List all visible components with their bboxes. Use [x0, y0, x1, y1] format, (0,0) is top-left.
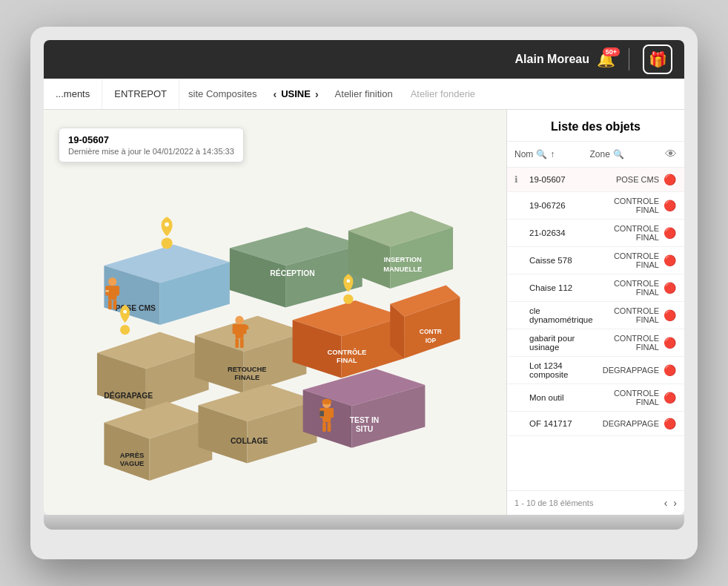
- svg-text:COLLAGE: COLLAGE: [231, 437, 268, 445]
- nav-usine-label: USINE: [281, 88, 311, 99]
- block-retouche[interactable]: RETOUCHE FINALE: [195, 316, 307, 393]
- nom-label: Nom: [514, 149, 533, 159]
- list-item[interactable]: gabarit pour usinageCONTROLE FINAL🔴: [507, 329, 684, 357]
- svg-point-59: [235, 316, 243, 324]
- nav-tab-entrepot[interactable]: ENTREPOT: [102, 79, 179, 109]
- visibility-icon[interactable]: 👁: [665, 148, 677, 161]
- svg-rect-63: [235, 338, 239, 348]
- block-controle-final[interactable]: CONTRÔLE FINAL: [293, 300, 405, 378]
- status-badge: 🔴: [662, 363, 677, 378]
- right-panel: Liste des objets Nom 🔍 ↑ Zone 🔍 👁 ℹ19-05…: [506, 110, 684, 515]
- block-degrapage[interactable]: DÉGRAPAGE: [97, 332, 209, 410]
- laptop-base: [44, 515, 684, 530]
- main-content: 19-05607 Dernière mise à jour le 04/01/2…: [44, 110, 684, 515]
- list-item[interactable]: ℹ19-05607POSE CMS🔴: [507, 168, 684, 192]
- factory-floor: 19-05607 Dernière mise à jour le 04/01/2…: [44, 110, 506, 515]
- item-name: Chaise 112: [529, 283, 593, 292]
- factory-svg: POSE CMS RÉCEPTION: [44, 147, 506, 515]
- item-name: Lot 1234 composite: [529, 361, 593, 379]
- list-item[interactable]: Mon outilCONTROLE FINAL🔴: [507, 384, 684, 412]
- item-zone: CONTROLE FINAL: [596, 334, 660, 352]
- header-divider: [629, 48, 629, 70]
- status-badge: 🔴: [662, 416, 677, 431]
- svg-rect-61: [233, 324, 238, 334]
- svg-rect-55: [114, 286, 119, 295]
- status-badge: 🔴: [662, 225, 677, 240]
- block-reception[interactable]: RÉCEPTION: [230, 227, 363, 307]
- item-name: OF 141717: [529, 419, 593, 428]
- svg-rect-71: [322, 422, 326, 432]
- item-zone: CONTROLE FINAL: [596, 197, 660, 214]
- user-name: Alain Moreau: [515, 53, 589, 66]
- block-insertion[interactable]: INSERTION MANUELLE: [348, 211, 453, 289]
- svg-rect-70: [328, 408, 334, 418]
- block-collage[interactable]: COLLAGE: [198, 384, 317, 463]
- status-badge: 🔴: [662, 335, 677, 350]
- item-name: cle dynamométrique: [529, 306, 593, 324]
- svg-point-52: [108, 277, 116, 286]
- list-item[interactable]: Chaise 112CONTROLE FINAL🔴: [507, 274, 684, 302]
- item-zone: CONTROLE FINAL: [596, 251, 660, 269]
- nav-usine: ‹ USINE ›: [266, 88, 326, 100]
- block-apres-vague[interactable]: APRÈS VAGUE: [104, 402, 212, 481]
- svg-text:VAGUE: VAGUE: [120, 459, 145, 467]
- sort-icon[interactable]: ↑: [550, 149, 555, 159]
- pagination-info: 1 - 10 de 18 éléments: [514, 498, 593, 507]
- zone-label: Zone: [590, 149, 610, 159]
- nav-arrow-right[interactable]: ›: [315, 88, 319, 100]
- svg-point-5: [165, 223, 169, 227]
- location-pin-degrapage: [120, 305, 130, 335]
- name-search-group: Nom 🔍 ↑: [514, 149, 587, 159]
- panel-search-bar: Nom 🔍 ↑ Zone 🔍 👁: [507, 142, 684, 168]
- svg-point-4: [162, 237, 173, 248]
- laptop-frame: Alain Moreau 🔔 50+ 🎁 ...ments ENTREPOT s…: [30, 27, 698, 559]
- pagination-controls: ‹ ›: [664, 497, 677, 509]
- svg-point-20: [123, 310, 127, 314]
- panel-footer: 1 - 10 de 18 éléments ‹ ›: [507, 490, 684, 515]
- nav-bar: ...ments ENTREPOT site Composites ‹ USIN…: [44, 79, 684, 110]
- svg-text:IOP: IOP: [426, 337, 437, 344]
- svg-text:FINALE: FINALE: [234, 373, 259, 381]
- svg-point-67: [322, 399, 331, 405]
- svg-text:DÉGRAPAGE: DÉGRAPAGE: [104, 391, 153, 400]
- tooltip-subtitle: Dernière mise à jour le 04/01/2022 à 14:…: [68, 147, 234, 156]
- info-icon: ℹ: [514, 174, 526, 185]
- item-name: 21-02634: [529, 228, 593, 237]
- svg-text:RÉCEPTION: RÉCEPTION: [270, 269, 314, 277]
- svg-text:CONTR: CONTR: [420, 328, 442, 335]
- item-zone: CONTROLE FINAL: [596, 306, 659, 324]
- pagination-prev[interactable]: ‹: [664, 497, 668, 509]
- svg-rect-57: [113, 300, 117, 309]
- block-contr-iop[interactable]: CONTR IOP: [390, 285, 460, 358]
- notification-badge: 50+: [603, 47, 620, 56]
- list-item[interactable]: Caisse 578CONTROLE FINAL🔴: [507, 247, 684, 274]
- nav-atelier2[interactable]: Atelier fonderie: [402, 88, 484, 99]
- item-zone: POSE CMS: [596, 175, 660, 184]
- zone-search-group: Zone 🔍: [590, 149, 663, 159]
- list-item[interactable]: 21-02634CONTROLE FINAL🔴: [507, 220, 684, 247]
- tooltip-box: 19-05607 Dernière mise à jour le 04/01/2…: [59, 128, 244, 162]
- panel-title: Liste des objets: [507, 110, 684, 142]
- location-pin-pose: [162, 217, 173, 248]
- svg-text:RETOUCHE: RETOUCHE: [228, 365, 267, 373]
- list-item[interactable]: Lot 1234 compositeDEGRAPPAGE🔴: [507, 357, 684, 384]
- item-name: 19-05607: [529, 175, 593, 184]
- nav-atelier1[interactable]: Atelier finition: [326, 88, 402, 99]
- nav-tab-ments[interactable]: ...ments: [44, 79, 102, 109]
- search-icon-zone[interactable]: 🔍: [613, 149, 624, 159]
- pagination-next[interactable]: ›: [673, 497, 677, 509]
- list-item[interactable]: OF 141717DEGRAPPAGE🔴: [507, 412, 684, 436]
- svg-point-19: [120, 325, 130, 335]
- nav-arrow-left[interactable]: ‹: [274, 88, 277, 100]
- item-zone: DEGRAPPAGE: [596, 366, 660, 375]
- list-item[interactable]: cle dynamométriqueCONTROLE FINAL🔴: [507, 302, 684, 329]
- app-header: Alain Moreau 🔔 50+ 🎁: [44, 40, 684, 79]
- search-icon-nom[interactable]: 🔍: [536, 149, 547, 159]
- list-item[interactable]: 19-06726CONTROLE FINAL🔴: [507, 192, 684, 220]
- svg-rect-64: [240, 338, 244, 348]
- item-name: 19-06726: [529, 201, 593, 210]
- object-list: ℹ19-05607POSE CMS🔴19-06726CONTROLE FINAL…: [507, 168, 684, 490]
- notification-button[interactable]: 🔔 50+: [597, 50, 615, 68]
- gift-icon-box[interactable]: 🎁: [643, 45, 672, 74]
- svg-text:APRÈS: APRÈS: [120, 451, 144, 459]
